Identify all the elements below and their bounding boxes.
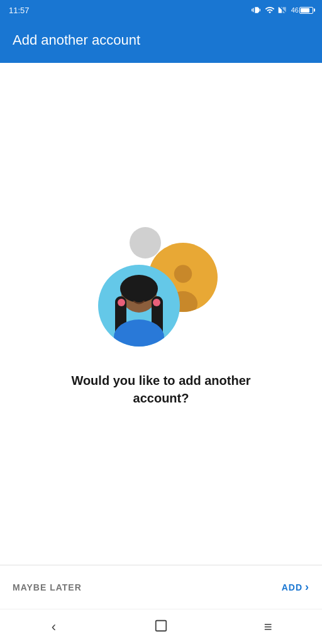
home-button[interactable]: [142, 614, 180, 640]
prompt-text: Would you like to add another account?: [48, 372, 274, 407]
svg-point-9: [118, 299, 125, 306]
nav-bar: ‹ ≡: [0, 609, 322, 644]
back-icon: ‹: [52, 619, 56, 635]
battery-box: [299, 7, 313, 14]
battery-level: 46: [291, 6, 299, 14]
status-bar: 11:57 46: [0, 0, 322, 18]
menu-button[interactable]: ≡: [250, 614, 287, 640]
avatar-circle: [98, 265, 180, 347]
bottom-actions: MAYBE LATER ADD ›: [0, 565, 322, 609]
add-button-label: ADD: [282, 582, 303, 592]
status-time: 11:57: [9, 6, 30, 15]
vibrate-icon: [252, 5, 262, 15]
woman-avatar: [98, 265, 180, 347]
chevron-right-icon: ›: [305, 580, 309, 594]
app-bar-title: Add another account: [13, 32, 140, 48]
account-illustration: [92, 221, 230, 347]
home-icon: [154, 619, 168, 635]
svg-point-3: [174, 265, 192, 282]
app-bar: Add another account: [0, 18, 322, 63]
back-button[interactable]: ‹: [35, 614, 72, 640]
status-icons: 46: [252, 5, 313, 15]
maybe-later-button[interactable]: MAYBE LATER: [13, 576, 82, 599]
battery-fill: [301, 8, 309, 13]
wifi-icon: [265, 5, 275, 15]
menu-icon: ≡: [264, 619, 273, 635]
svg-rect-12: [156, 621, 167, 631]
small-circle: [130, 227, 161, 258]
add-button[interactable]: ADD ›: [282, 574, 309, 600]
main-content: Would you like to add another account?: [0, 63, 322, 565]
svg-point-6: [120, 275, 158, 303]
battery-icon: 46: [291, 6, 313, 14]
svg-point-10: [153, 299, 160, 306]
signal-blocked-icon: [278, 5, 288, 15]
